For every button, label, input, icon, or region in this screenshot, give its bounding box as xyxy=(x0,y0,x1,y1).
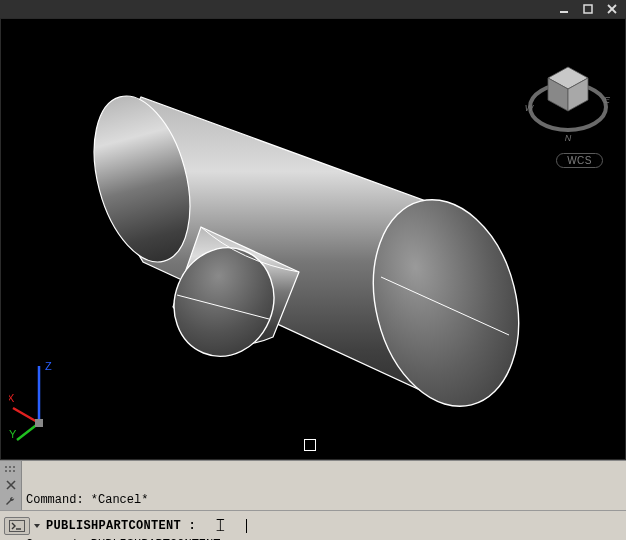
svg-text:E: E xyxy=(604,95,611,105)
svg-point-24 xyxy=(9,470,11,472)
cursor-pickbox xyxy=(304,439,316,451)
viewcube[interactable]: N W E xyxy=(523,51,613,141)
svg-text:Y: Y xyxy=(9,428,17,440)
close-panel-icon[interactable] xyxy=(4,479,18,491)
svg-rect-28 xyxy=(10,520,25,531)
svg-point-25 xyxy=(13,470,15,472)
command-input[interactable] xyxy=(204,517,626,535)
command-prompt: PUBLISHPARTCONTENT : xyxy=(46,519,196,533)
restore-button[interactable] xyxy=(582,3,594,15)
svg-rect-19 xyxy=(35,419,43,427)
svg-point-21 xyxy=(9,466,11,468)
axis-triad: Z X Y xyxy=(9,358,79,443)
drawing-viewport[interactable]: N W E WCS Z X Y xyxy=(0,18,626,460)
wcs-badge[interactable]: WCS xyxy=(556,153,603,168)
command-panel-gutter xyxy=(0,461,22,510)
command-history[interactable]: Command: *Cancel* Command: PUBLISHPARTCO… xyxy=(22,461,626,510)
drag-grip-icon[interactable] xyxy=(4,463,18,475)
command-history-line: Command: *Cancel* xyxy=(26,493,622,508)
svg-text:Z: Z xyxy=(45,360,52,372)
svg-text:N: N xyxy=(565,133,572,141)
close-button[interactable] xyxy=(606,3,618,15)
svg-text:W: W xyxy=(525,103,535,113)
svg-point-23 xyxy=(5,470,7,472)
svg-point-22 xyxy=(13,466,15,468)
title-bar xyxy=(0,0,626,18)
model-view xyxy=(61,47,561,447)
svg-rect-1 xyxy=(584,5,592,13)
minimize-button[interactable] xyxy=(558,3,570,15)
wrench-icon[interactable] xyxy=(4,495,18,507)
command-recent-dropdown[interactable] xyxy=(32,517,42,535)
svg-point-20 xyxy=(5,466,7,468)
command-line-icon[interactable] xyxy=(4,517,30,535)
command-history-panel: Command: *Cancel* Command: PUBLISHPARTCO… xyxy=(0,460,626,510)
svg-text:X: X xyxy=(9,392,15,404)
